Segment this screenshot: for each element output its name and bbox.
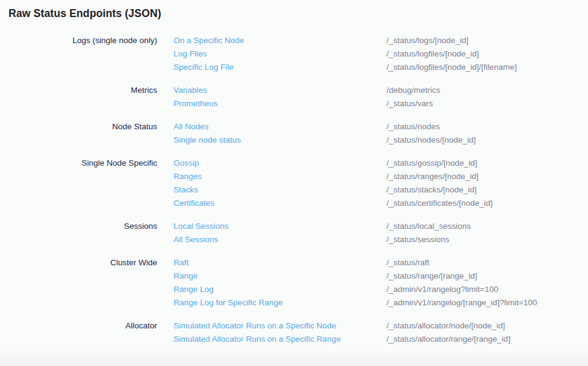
endpoint-group: AllocatorSimulated Allocator Runs on a S… — [0, 319, 588, 346]
endpoint-group: SessionsLocal Sessions/_status/local_ses… — [0, 220, 588, 246]
group-entries: Gossip/_status/gossip/[node_id]Ranges/_s… — [157, 157, 588, 210]
endpoint-link[interactable]: All Nodes — [174, 120, 209, 134]
endpoint-link[interactable]: Prometheus — [174, 97, 218, 110]
category-label: Metrics — [0, 84, 157, 97]
endpoint-link[interactable]: Ranges — [174, 170, 202, 183]
group-entries: Raft/_status/raftRange/_status/range/[ra… — [157, 256, 588, 310]
endpoint-row: Local Sessions/_status/local_sessions — [157, 220, 588, 233]
endpoint-link[interactable]: All Sessions — [174, 233, 218, 246]
endpoint-list: Logs (single node only)On a Specific Nod… — [0, 34, 588, 356]
category-label: Sessions — [0, 220, 157, 233]
category-label: Cluster Wide — [0, 256, 157, 269]
category-label: Single Node Specific — [0, 157, 157, 170]
endpoint-group: MetricsVariables/debug/metricsPrometheus… — [0, 84, 588, 110]
category-label: Logs (single node only) — [0, 34, 157, 47]
endpoint-row: Specific Log File/_status/logfiles/[node… — [157, 61, 588, 74]
docs-page: Raw Status Endpoints (JSON) Logs (single… — [0, 0, 588, 366]
endpoint-row: Raft/_status/raft — [157, 256, 588, 269]
endpoint-path: /_status/certificates/[node_id] — [387, 197, 588, 210]
endpoint-path: /_status/range/[range_id] — [387, 269, 588, 283]
endpoint-row: All Nodes/_status/nodes — [157, 120, 588, 134]
group-entries: Variables/debug/metricsPrometheus/_statu… — [157, 84, 588, 110]
group-entries: All Nodes/_status/nodesSingle node statu… — [157, 120, 588, 147]
endpoint-row: Simulated Allocator Runs on a Specific R… — [157, 333, 588, 346]
endpoint-group: Cluster WideRaft/_status/raftRange/_stat… — [0, 256, 588, 310]
endpoint-row: Prometheus/_status/vars — [157, 97, 588, 110]
endpoint-row: On a Specific Node/_status/logs/[node_id… — [157, 34, 588, 47]
category-label: Node Status — [0, 120, 157, 134]
endpoint-path: /_admin/v1/rangelog?limit=100 — [387, 283, 588, 296]
endpoint-path: /_status/logs/[node_id] — [387, 34, 588, 47]
endpoint-path: /debug/metrics — [387, 84, 588, 97]
endpoint-row: Log Files/_status/logfiles/[node_id] — [157, 47, 588, 61]
endpoint-link[interactable]: Range Log — [174, 283, 214, 296]
endpoint-link[interactable]: Variables — [174, 84, 207, 97]
endpoint-row: Range Log/_admin/v1/rangelog?limit=100 — [157, 283, 588, 296]
endpoint-path: /_status/ranges/[node_id] — [387, 170, 588, 183]
endpoint-group: Node StatusAll Nodes/_status/nodesSingle… — [0, 120, 588, 147]
endpoint-path: /_status/sessions — [387, 233, 588, 246]
endpoint-row: Stacks/_status/stacks/[node_id] — [157, 183, 588, 197]
endpoint-path: /_admin/v1/rangelog/[range_id]?limit=100 — [387, 296, 588, 310]
endpoint-link[interactable]: Simulated Allocator Runs on a Specific N… — [174, 319, 336, 333]
endpoint-link[interactable]: On a Specific Node — [174, 34, 244, 47]
endpoint-path: /_status/allocator/node/[node_id] — [387, 319, 588, 333]
endpoint-link[interactable]: Simulated Allocator Runs on a Specific R… — [174, 333, 340, 346]
endpoint-path: /_status/logfiles/[node_id] — [387, 47, 588, 61]
endpoint-path: /_status/vars — [387, 97, 588, 110]
category-label: Allocator — [0, 319, 157, 333]
group-entries: Simulated Allocator Runs on a Specific N… — [157, 319, 588, 346]
endpoint-path: /_status/gossip/[node_id] — [387, 157, 588, 170]
endpoint-row: All Sessions/_status/sessions — [157, 233, 588, 246]
group-entries: Local Sessions/_status/local_sessionsAll… — [157, 220, 588, 246]
endpoint-row: Ranges/_status/ranges/[node_id] — [157, 170, 588, 183]
endpoint-path: /_status/stacks/[node_id] — [387, 183, 588, 197]
endpoint-path: /_status/local_sessions — [387, 220, 588, 233]
page-title: Raw Status Endpoints (JSON) — [8, 7, 161, 20]
endpoint-link[interactable]: Certificates — [174, 197, 215, 210]
endpoint-link[interactable]: Stacks — [174, 183, 198, 197]
endpoint-path: /_status/nodes — [387, 120, 588, 134]
endpoint-link[interactable]: Single node status — [174, 134, 241, 147]
endpoint-link[interactable]: Specific Log File — [174, 61, 234, 74]
endpoint-link[interactable]: Raft — [174, 256, 189, 269]
endpoint-link[interactable]: Range Log for Specific Range — [174, 296, 283, 310]
endpoint-row: Simulated Allocator Runs on a Specific N… — [157, 319, 588, 333]
endpoint-link[interactable]: Local Sessions — [174, 220, 229, 233]
group-entries: On a Specific Node/_status/logs/[node_id… — [157, 34, 588, 74]
endpoint-row: Variables/debug/metrics — [157, 84, 588, 97]
endpoint-row: Certificates/_status/certificates/[node_… — [157, 197, 588, 210]
endpoint-row: Single node status/_status/nodes/[node_i… — [157, 134, 588, 147]
endpoint-group: Single Node SpecificGossip/_status/gossi… — [0, 157, 588, 210]
endpoint-path: /_status/allocator/range/[range_id] — [387, 333, 588, 346]
endpoint-path: /_status/nodes/[node_id] — [387, 134, 588, 147]
endpoint-path: /_status/raft — [387, 256, 588, 269]
endpoint-group: Logs (single node only)On a Specific Nod… — [0, 34, 588, 74]
endpoint-link[interactable]: Gossip — [174, 157, 199, 170]
endpoint-path: /_status/logfiles/[node_id]/[filename] — [387, 61, 588, 74]
endpoint-link[interactable]: Range — [174, 269, 198, 283]
endpoint-row: Range/_status/range/[range_id] — [157, 269, 588, 283]
endpoint-link[interactable]: Log Files — [174, 47, 207, 61]
endpoint-row: Range Log for Specific Range/_admin/v1/r… — [157, 296, 588, 310]
endpoint-row: Gossip/_status/gossip/[node_id] — [157, 157, 588, 170]
